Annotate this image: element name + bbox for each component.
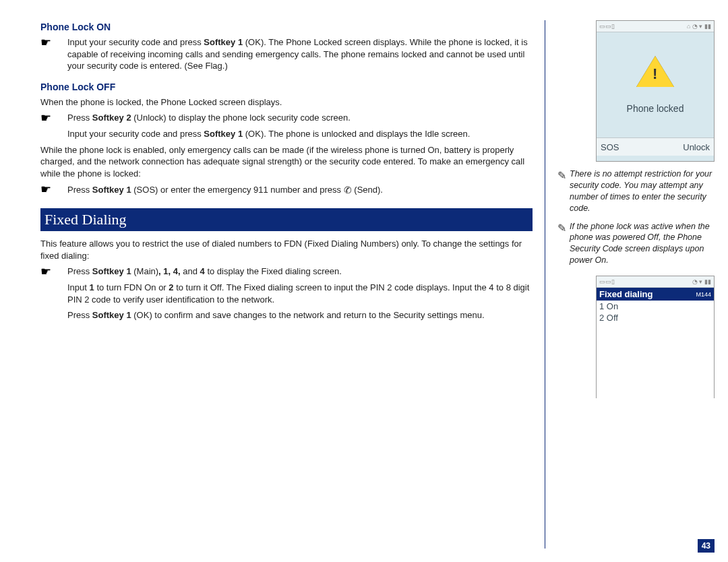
key-ref: 2 <box>169 282 173 292</box>
pointer-icon: ☛ <box>40 266 67 278</box>
status-icons-right: ◔ ▾ ▮▮ <box>692 278 711 285</box>
phone-locked-label: Phone locked <box>627 103 684 114</box>
text: Press <box>67 266 92 276</box>
bullet-text: Press Softkey 2 (Unlock) to display the … <box>67 112 533 124</box>
text: Input your security code and press <box>67 37 204 47</box>
item-label: On <box>607 301 618 311</box>
indent-paragraph: Input 1 to turn FDN On or 2 to turn it O… <box>67 282 533 305</box>
phone-softkeys: SOS Unlock <box>597 137 714 156</box>
note-icon: ✎ <box>557 221 570 267</box>
item-label: Off <box>607 313 618 323</box>
bullet-item: ☛ Press Softkey 1 (Main), 1, 4, and 4 to… <box>40 266 533 278</box>
item-number: 1 <box>599 301 604 311</box>
text: (Send). <box>352 185 383 195</box>
bullet-item: ☛ Input your security code and press Sof… <box>40 36 533 72</box>
text: Input your security code and press <box>67 129 204 139</box>
bullet-text: Input your security code and press Softk… <box>67 36 533 72</box>
softkey-unlock[interactable]: Unlock <box>683 142 710 152</box>
phone-body: Phone locked <box>597 32 714 137</box>
menu-item-on[interactable]: 1 On <box>597 301 714 312</box>
status-icons-left: ▭▭▯ <box>599 23 615 30</box>
text: Input <box>67 282 90 292</box>
text: (Main) <box>131 266 158 276</box>
warning-icon <box>636 56 674 87</box>
key-ref: 4 <box>200 266 205 276</box>
status-icons-left: ▭▭▯ <box>599 278 615 285</box>
pointer-icon: ☛ <box>40 36 67 72</box>
menu-item-off[interactable]: 2 Off <box>597 312 714 323</box>
text: (SOS) or enter the emergency 911 number … <box>131 185 344 195</box>
softkey-ref: Softkey 1 <box>204 37 243 47</box>
phone-status-bar: ▭▭▯ ⌂ ◔ ▾ ▮▮ <box>597 21 714 32</box>
item-number: 2 <box>599 313 604 323</box>
heading-phone-lock-on: Phone Lock ON <box>40 22 533 32</box>
side-content: ▭▭▯ ⌂ ◔ ▾ ▮▮ Phone locked SOS Unlock ✎ T… <box>545 20 715 549</box>
page-number: 43 <box>698 539 715 553</box>
manual-page: Phone Lock ON ☛ Input your security code… <box>0 0 728 562</box>
side-note: ✎ There is no attempt restriction for yo… <box>557 168 715 214</box>
status-icons-right: ⌂ ◔ ▾ ▮▮ <box>687 23 711 30</box>
section-heading-fixed-dialing: Fixed Dialing <box>40 208 533 231</box>
text: and <box>181 266 200 276</box>
softkey-ref: Softkey 1 <box>92 266 131 276</box>
pointer-icon: ☛ <box>40 183 67 196</box>
heading-phone-lock-off: Phone Lock OFF <box>40 82 533 92</box>
pointer-icon: ☛ <box>40 112 67 124</box>
phone-screen-locked: ▭▭▯ ⌂ ◔ ▾ ▮▮ Phone locked SOS Unlock <box>596 20 715 162</box>
key-ref: 1 <box>90 282 94 292</box>
menu-ref: M144 <box>696 291 711 298</box>
phone-menu-list: 1 On 2 Off <box>597 301 714 400</box>
paragraph: While the phone lock is enabled, only em… <box>40 144 533 180</box>
side-note: ✎ If the phone lock was active when the … <box>557 221 715 267</box>
phone-screen-fixed-dialing: ▭▭▯ ◔ ▾ ▮▮ Fixed dialing M144 1 On 2 Off <box>596 276 715 398</box>
main-content: Phone Lock ON ☛ Input your security code… <box>40 20 545 549</box>
note-text: If the phone lock was active when the ph… <box>570 221 715 267</box>
softkey-ref: Softkey 2 <box>92 113 131 123</box>
text: Press <box>67 310 92 320</box>
softkey-sos[interactable]: SOS <box>601 142 619 152</box>
softkey-ref: Softkey 1 <box>92 185 131 195</box>
text: Press <box>67 185 92 195</box>
indent-paragraph: Press Softkey 1 (OK) to confirm and save… <box>67 309 533 321</box>
phone-status-bar: ▭▭▯ ◔ ▾ ▮▮ <box>597 276 714 288</box>
phone-title-bar: Fixed dialing M144 <box>597 288 714 301</box>
bullet-item: ☛ Press Softkey 2 (Unlock) to display th… <box>40 112 533 124</box>
handset-icon: ✆ <box>344 184 352 197</box>
text: (OK). The phone is unlocked and displays… <box>243 129 470 139</box>
note-icon: ✎ <box>557 168 570 214</box>
text: to display the Fixed dialing screen. <box>205 266 342 276</box>
paragraph: When the phone is locked, the Phone Lock… <box>40 96 533 108</box>
text: Press <box>67 113 92 123</box>
softkey-ref: Softkey 1 <box>204 129 243 139</box>
softkey-ref: Softkey 1 <box>92 310 131 320</box>
bullet-text: Press Softkey 1 (SOS) or enter the emerg… <box>67 183 533 196</box>
text: (Unlock) to display the phone lock secur… <box>131 113 351 123</box>
indent-paragraph: Input your security code and press Softk… <box>67 128 533 140</box>
key-seq: , 1, 4, <box>158 266 181 276</box>
text: (OK) to confirm and save changes to the … <box>131 310 485 320</box>
paragraph: This feature allows you to restrict the … <box>40 238 533 261</box>
note-text: There is no attempt restriction for your… <box>570 168 715 214</box>
phone-title-text: Fixed dialing <box>599 289 653 299</box>
text: to turn FDN On or <box>94 282 169 292</box>
bullet-item: ☛ Press Softkey 1 (SOS) or enter the eme… <box>40 183 533 196</box>
bullet-text: Press Softkey 1 (Main), 1, 4, and 4 to d… <box>67 266 533 278</box>
